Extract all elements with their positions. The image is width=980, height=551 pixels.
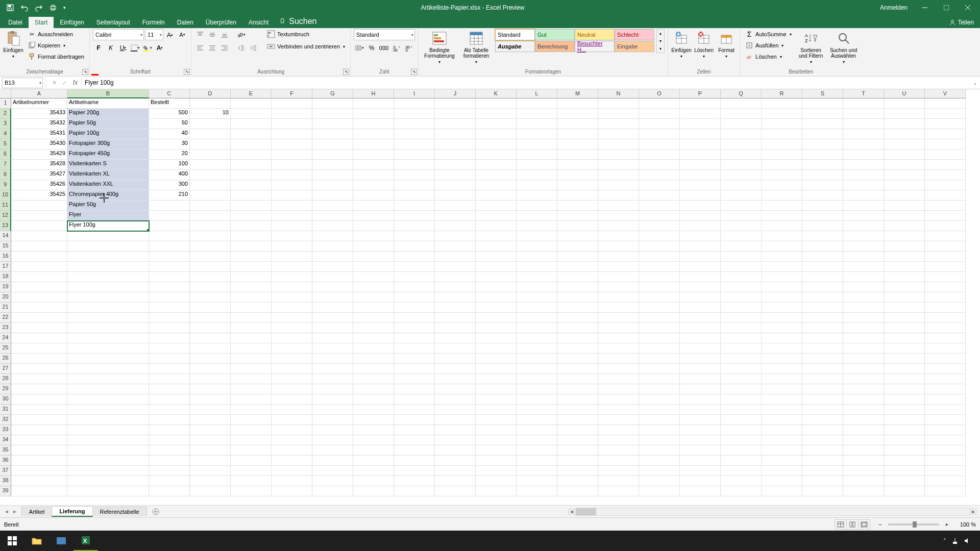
cell-E14[interactable] [231,231,272,241]
font-color-button[interactable]: A▾ [154,42,165,54]
row-header-18[interactable]: 18 [0,272,11,282]
cells-format-button[interactable]: Format▾ [716,29,737,60]
cell-E25[interactable] [231,343,272,354]
cell-J19[interactable] [435,282,476,292]
row-header-24[interactable]: 24 [0,333,11,343]
cell-T9[interactable] [843,180,884,190]
cell-F12[interactable] [272,211,312,221]
cell-S16[interactable] [802,252,843,262]
cell-P1[interactable] [680,98,721,109]
cell-G22[interactable] [312,313,353,323]
cell-C8[interactable]: 400 [149,170,190,180]
row-header-30[interactable]: 30 [0,394,11,405]
row-header-14[interactable]: 14 [0,231,11,241]
fill-color-button[interactable]: ▾ [142,42,153,54]
excel-taskbar-button[interactable]: X [74,531,98,551]
cell-V17[interactable] [925,262,966,272]
cell-N8[interactable] [598,170,639,180]
cell-N31[interactable] [598,405,639,415]
cell-H23[interactable] [353,323,394,333]
cell-Q24[interactable] [721,333,762,343]
cell-D34[interactable] [190,435,231,445]
cell-S34[interactable] [802,435,843,445]
cell-I1[interactable] [394,98,435,109]
cell-V28[interactable] [925,374,966,384]
cell-V14[interactable] [925,231,966,241]
cell-R16[interactable] [762,252,802,262]
col-header-R[interactable]: R [762,89,802,98]
cell-V20[interactable] [925,292,966,303]
fill-handle[interactable] [147,229,149,231]
close-button[interactable] [958,0,978,15]
cell-F16[interactable] [272,252,312,262]
tab-file[interactable]: Datei [2,17,29,28]
cell-L28[interactable] [517,374,557,384]
row-header-6[interactable]: 6 [0,149,11,160]
cell-E24[interactable] [231,333,272,343]
cell-V23[interactable] [925,323,966,333]
cell-M1[interactable] [557,98,598,109]
row-header-13[interactable]: 13 [0,221,11,231]
decrease-decimal-button[interactable]: ,00,0 [403,42,414,54]
cell-V32[interactable] [925,415,966,425]
cell-V27[interactable] [925,364,966,374]
cell-S37[interactable] [802,466,843,476]
cell-C33[interactable] [149,425,190,435]
zoom-in-button[interactable]: + [943,521,950,528]
cell-H36[interactable] [353,456,394,466]
cell-A21[interactable] [11,303,67,313]
cell-H22[interactable] [353,313,394,323]
cell-G39[interactable] [312,486,353,496]
cell-U20[interactable] [884,292,925,303]
cell-R7[interactable] [762,160,802,170]
cell-Q17[interactable] [721,262,762,272]
cell-M37[interactable] [557,466,598,476]
cell-V36[interactable] [925,456,966,466]
cell-D14[interactable] [190,231,231,241]
cell-D19[interactable] [190,282,231,292]
cell-S33[interactable] [802,425,843,435]
cell-M4[interactable] [557,129,598,139]
cell-J34[interactable] [435,435,476,445]
cell-O9[interactable] [639,180,680,190]
cell-D24[interactable] [190,333,231,343]
cell-C35[interactable] [149,445,190,456]
cell-T39[interactable] [843,486,884,496]
row-header-4[interactable]: 4 [0,129,11,139]
cell-D7[interactable] [190,160,231,170]
cell-V10[interactable] [925,190,966,201]
cell-T18[interactable] [843,272,884,282]
cell-D37[interactable] [190,466,231,476]
cell-M38[interactable] [557,476,598,486]
cell-I7[interactable] [394,160,435,170]
cell-I4[interactable] [394,129,435,139]
font-size-combo[interactable]: 11▾ [145,29,163,40]
cell-A38[interactable] [11,476,67,486]
cell-I32[interactable] [394,415,435,425]
cell-B23[interactable] [67,323,149,333]
cell-N30[interactable] [598,394,639,405]
cell-H17[interactable] [353,262,394,272]
cell-B28[interactable] [67,374,149,384]
cell-S30[interactable] [802,394,843,405]
col-header-D[interactable]: D [190,89,231,98]
cell-P39[interactable] [680,486,721,496]
row-header-28[interactable]: 28 [0,374,11,384]
cell-A6[interactable]: 35429 [11,149,67,160]
cell-A24[interactable] [11,333,67,343]
cell-I10[interactable] [394,190,435,201]
row-header-16[interactable]: 16 [0,252,11,262]
cell-O8[interactable] [639,170,680,180]
row-header-10[interactable]: 10 [0,190,11,201]
cell-M25[interactable] [557,343,598,354]
cell-I37[interactable] [394,466,435,476]
cell-G17[interactable] [312,262,353,272]
cell-K23[interactable] [476,323,517,333]
cell-N38[interactable] [598,476,639,486]
cell-R28[interactable] [762,374,802,384]
cell-M8[interactable] [557,170,598,180]
start-button[interactable] [0,531,24,551]
cell-V15[interactable] [925,241,966,252]
cell-E2[interactable] [231,109,272,119]
cell-I11[interactable] [394,201,435,211]
